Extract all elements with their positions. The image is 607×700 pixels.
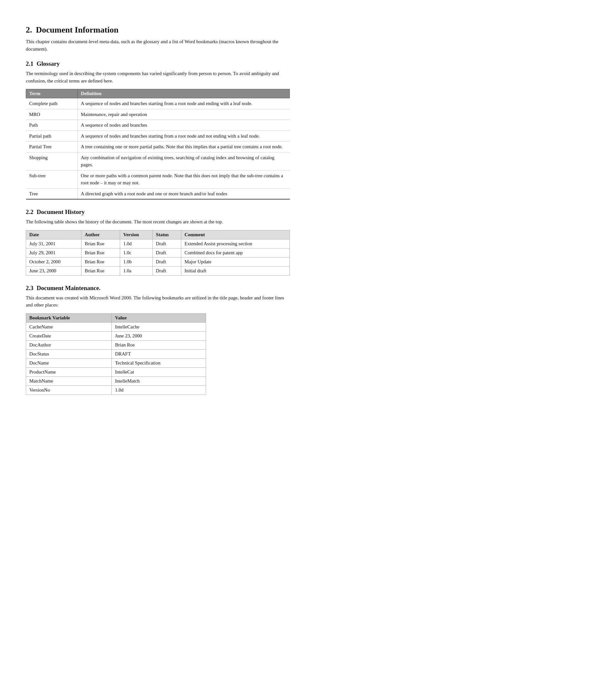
glossary-row: MROMaintenance, repair and operation (26, 109, 290, 120)
bookmark-variable: DocStatus (26, 349, 112, 358)
history-cell-author: Brian Roe (81, 248, 120, 257)
section-2-header: 2. Document Information (26, 25, 290, 35)
glossary-term: Sub-tree (26, 170, 78, 188)
bookmark-row: CacheNameIntelleCache (26, 322, 206, 331)
glossary-definition: One or more paths with a common parent n… (78, 170, 290, 188)
history-cell-author: Brian Roe (81, 239, 120, 248)
glossary-definition: A tree containing one or more partial pa… (78, 141, 290, 153)
bookmark-value: DRAFT (112, 349, 206, 358)
history-col-author: Author (81, 230, 120, 239)
history-cell-status: Draft (153, 266, 181, 275)
history-cell-comment: Major Update (181, 257, 290, 266)
bookmark-variable: ProductName (26, 367, 112, 376)
history-cell-date: July 31, 2001 (26, 239, 82, 248)
glossary-row: Complete pathA sequence of nodes and bra… (26, 98, 290, 109)
history-cell-date: October 2, 2000 (26, 257, 82, 266)
bookmark-variable: MatchName (26, 376, 112, 385)
history-col-comment: Comment (181, 230, 290, 239)
bookmark-value: IntelleCache (112, 322, 206, 331)
history-intro: The following table shows the history of… (26, 218, 290, 226)
glossary-row: ShoppingAny combination of navigation of… (26, 152, 290, 170)
glossary-term: Shopping (26, 152, 78, 170)
history-table: Date Author Version Status Comment July … (26, 230, 290, 276)
glossary-definition: Any combination of navigation of existin… (78, 152, 290, 170)
bookmark-row: DocStatusDRAFT (26, 349, 206, 358)
history-cell-comment: Extended Assist processing section (181, 239, 290, 248)
glossary-term: Partial Tree (26, 141, 78, 153)
history-cell-comment: Initial draft (181, 266, 290, 275)
bookmark-variable: CreateDate (26, 331, 112, 340)
glossary-row: TreeA directed graph with a root node an… (26, 188, 290, 199)
bookmark-col-value: Value (112, 313, 206, 322)
history-cell-version: 1.0b (120, 257, 152, 266)
glossary-term: Partial path (26, 131, 78, 141)
bookmark-row: VersionNo1.0d (26, 385, 206, 395)
section-number: 2. (26, 25, 32, 35)
glossary-title: Glossary (37, 60, 60, 67)
history-cell-status: Draft (153, 257, 181, 266)
bookmark-variable: CacheName (26, 322, 112, 331)
bookmark-col-variable: Bookmark Variable (26, 313, 112, 322)
bookmark-value: Technical Specification (112, 358, 206, 367)
glossary-term: Complete path (26, 98, 78, 109)
history-title: Document History (37, 208, 85, 216)
glossary-row: Partial TreeA tree containing one or mor… (26, 141, 290, 153)
history-cell-author: Brian Roe (81, 257, 120, 266)
section-intro: This chapter contains document-level met… (26, 38, 290, 53)
maintenance-number: 2.3 (26, 285, 34, 292)
history-col-date: Date (26, 230, 82, 239)
history-cell-comment: Combined docs for patent app (181, 248, 290, 257)
section-23-header: 2.3 Document Maintenance. (26, 285, 290, 292)
bookmark-variable: VersionNo (26, 385, 112, 395)
bookmark-table: Bookmark Variable Value CacheNameIntelle… (26, 313, 206, 395)
bookmark-variable: DocAuthor (26, 340, 112, 349)
glossary-number: 2.1 (26, 60, 34, 67)
bookmark-row: DocAuthorBrian Roe (26, 340, 206, 349)
bookmark-header-row: Bookmark Variable Value (26, 313, 206, 322)
history-cell-author: Brian Roe (81, 266, 120, 275)
glossary-term: MRO (26, 109, 78, 120)
glossary-table: Term Definition Complete pathA sequence … (26, 89, 290, 200)
bookmark-row: DocNameTechnical Specification (26, 358, 206, 367)
bookmark-row: MatchNameIntelleMatch (26, 376, 206, 385)
history-cell-date: June 23, 2000 (26, 266, 82, 275)
history-header-row: Date Author Version Status Comment (26, 230, 290, 239)
history-row: July 29, 2001Brian Roe1.0cDraftCombined … (26, 248, 290, 257)
bookmark-value: IntelleCat (112, 367, 206, 376)
history-row: June 23, 2000Brian Roe1.0aDraftInitial d… (26, 266, 290, 275)
section-21-header: 2.1 Glossary (26, 60, 290, 67)
history-row: July 31, 2001Brian Roe1.0dDraftExtended … (26, 239, 290, 248)
glossary-col-definition: Definition (78, 89, 290, 98)
glossary-row: PathA sequence of nodes and branches (26, 120, 290, 131)
section-title: Document Information (36, 25, 119, 35)
bookmark-value: 1.0d (112, 385, 206, 395)
glossary-col-term: Term (26, 89, 78, 98)
history-row: October 2, 2000Brian Roe1.0bDraftMajor U… (26, 257, 290, 266)
glossary-definition: A sequence of nodes and branches startin… (78, 131, 290, 141)
glossary-header-row: Term Definition (26, 89, 290, 98)
glossary-definition: Maintenance, repair and operation (78, 109, 290, 120)
bookmark-value: June 23, 2000 (112, 331, 206, 340)
history-cell-status: Draft (153, 239, 181, 248)
maintenance-title: Document Maintenance. (37, 285, 101, 292)
glossary-row: Sub-treeOne or more paths with a common … (26, 170, 290, 188)
bookmark-row: CreateDateJune 23, 2000 (26, 331, 206, 340)
history-cell-version: 1.0c (120, 248, 152, 257)
maintenance-intro: This document was created with Microsoft… (26, 294, 290, 309)
glossary-definition: A sequence of nodes and branches (78, 120, 290, 131)
bookmark-value: IntelleMatch (112, 376, 206, 385)
bookmark-variable: DocName (26, 358, 112, 367)
glossary-intro: The terminology used in describing the s… (26, 70, 290, 84)
history-cell-version: 1.0a (120, 266, 152, 275)
bookmark-value: Brian Roe (112, 340, 206, 349)
history-col-status: Status (153, 230, 181, 239)
glossary-term: Tree (26, 188, 78, 199)
history-cell-version: 1.0d (120, 239, 152, 248)
glossary-definition: A directed graph with a root node and on… (78, 188, 290, 199)
history-number: 2.2 (26, 208, 34, 216)
history-col-version: Version (120, 230, 152, 239)
glossary-definition: A sequence of nodes and branches startin… (78, 98, 290, 109)
glossary-row: Partial pathA sequence of nodes and bran… (26, 131, 290, 141)
section-22-header: 2.2 Document History (26, 208, 290, 216)
glossary-term: Path (26, 120, 78, 131)
